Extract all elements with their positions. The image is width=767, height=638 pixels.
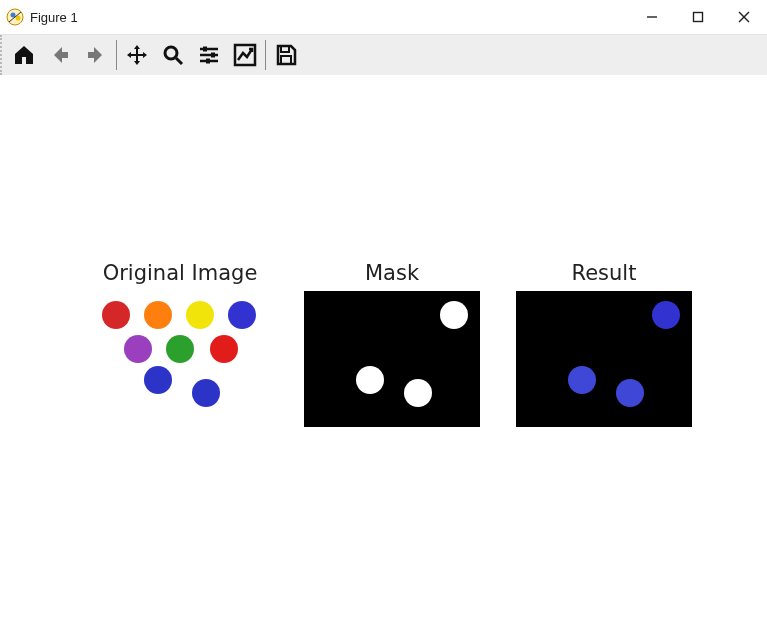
zoom-button[interactable] bbox=[155, 37, 191, 73]
subplot-title: Result bbox=[516, 261, 692, 285]
svg-point-35 bbox=[616, 379, 644, 407]
figure-canvas[interactable]: Original Image Mask Result bbox=[0, 75, 767, 638]
svg-point-33 bbox=[652, 301, 680, 329]
subplot-title: Original Image bbox=[92, 261, 268, 285]
pan-button[interactable] bbox=[119, 37, 155, 73]
svg-point-23 bbox=[124, 335, 152, 363]
forward-button[interactable] bbox=[78, 37, 114, 73]
axes-button[interactable] bbox=[227, 37, 263, 73]
toolbar bbox=[0, 35, 767, 75]
subplot-title: Mask bbox=[304, 261, 480, 285]
subplot-mask: Mask bbox=[304, 261, 480, 427]
svg-point-22 bbox=[228, 301, 256, 329]
svg-line-8 bbox=[176, 58, 182, 64]
svg-point-34 bbox=[568, 366, 596, 394]
subplot-original: Original Image bbox=[92, 261, 268, 427]
toolbar-separator bbox=[265, 40, 266, 70]
svg-point-31 bbox=[404, 379, 432, 407]
magnify-icon bbox=[161, 43, 185, 67]
arrow-right-icon bbox=[84, 43, 108, 67]
titlebar: Figure 1 bbox=[0, 0, 767, 35]
subplot-result: Result bbox=[516, 261, 692, 427]
svg-point-20 bbox=[144, 301, 172, 329]
window-controls bbox=[629, 0, 767, 34]
chart-line-icon bbox=[233, 43, 257, 67]
svg-rect-16 bbox=[281, 46, 289, 52]
svg-point-26 bbox=[144, 366, 172, 394]
toolbar-separator bbox=[116, 40, 117, 70]
save-button[interactable] bbox=[268, 37, 304, 73]
save-icon bbox=[274, 43, 298, 67]
move-icon bbox=[125, 43, 149, 67]
svg-rect-12 bbox=[211, 53, 215, 58]
svg-point-21 bbox=[186, 301, 214, 329]
window-title: Figure 1 bbox=[30, 10, 629, 25]
svg-point-30 bbox=[356, 366, 384, 394]
home-button[interactable] bbox=[6, 37, 42, 73]
maximize-button[interactable] bbox=[675, 0, 721, 34]
svg-point-25 bbox=[210, 335, 238, 363]
svg-point-27 bbox=[192, 379, 220, 407]
svg-rect-4 bbox=[694, 13, 703, 22]
subplot-mask-image bbox=[304, 291, 480, 427]
home-icon bbox=[12, 43, 36, 67]
minimize-button[interactable] bbox=[629, 0, 675, 34]
sliders-icon bbox=[197, 43, 221, 67]
app-icon bbox=[6, 8, 24, 26]
back-button[interactable] bbox=[42, 37, 78, 73]
svg-rect-14 bbox=[206, 59, 210, 64]
subplot-original-image bbox=[92, 291, 268, 427]
close-button[interactable] bbox=[721, 0, 767, 34]
svg-point-24 bbox=[166, 335, 194, 363]
subplots-button[interactable] bbox=[191, 37, 227, 73]
subplot-result-image bbox=[516, 291, 692, 427]
svg-point-7 bbox=[165, 47, 177, 59]
svg-rect-10 bbox=[203, 47, 207, 52]
svg-point-19 bbox=[102, 301, 130, 329]
svg-point-29 bbox=[440, 301, 468, 329]
arrow-left-icon bbox=[48, 43, 72, 67]
